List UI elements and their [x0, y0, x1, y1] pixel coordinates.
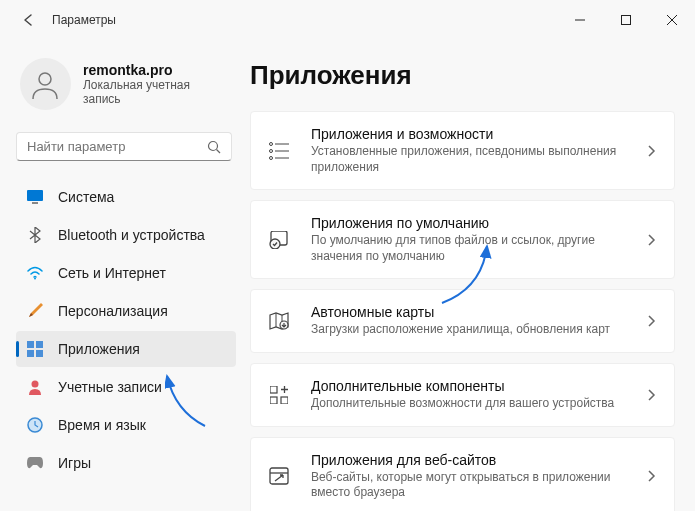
bluetooth-icon: [26, 226, 44, 244]
avatar: [20, 58, 71, 110]
svg-rect-11: [36, 350, 43, 357]
gaming-icon: [26, 454, 44, 472]
card-subtitle: Загрузки расположение хранилища, обновле…: [311, 322, 644, 338]
nav-label: Время и язык: [58, 417, 146, 433]
svg-point-14: [270, 142, 273, 145]
window-title: Параметры: [52, 13, 116, 27]
nav-item-personalization[interactable]: Персонализация: [16, 293, 236, 329]
minimize-icon: [575, 15, 585, 25]
svg-rect-28: [270, 468, 288, 484]
svg-point-16: [270, 149, 273, 152]
nav-item-time[interactable]: Время и язык: [16, 407, 236, 443]
back-arrow-icon: [21, 13, 35, 27]
user-subtitle: Локальная учетная запись: [83, 78, 228, 106]
card-subtitle: По умолчанию для типов файлов и ссылок, …: [311, 233, 644, 264]
card-offline-maps[interactable]: Автономные карты Загрузки расположение х…: [250, 289, 675, 353]
wifi-icon: [26, 264, 44, 282]
optional-features-icon: [265, 381, 293, 409]
card-default-apps[interactable]: Приложения по умолчанию По умолчанию для…: [250, 200, 675, 279]
sidebar: remontka.pro Локальная учетная запись Си…: [0, 40, 240, 511]
chevron-right-icon: [644, 387, 660, 403]
nav-item-system[interactable]: Система: [16, 179, 236, 215]
brush-icon: [26, 302, 44, 320]
nav-label: Игры: [58, 455, 91, 471]
nav-item-bluetooth[interactable]: Bluetooth и устройства: [16, 217, 236, 253]
nav-label: Система: [58, 189, 114, 205]
nav-label: Bluetooth и устройства: [58, 227, 205, 243]
page-title: Приложения: [250, 60, 675, 91]
svg-point-12: [32, 381, 39, 388]
user-name: remontka.pro: [83, 62, 228, 78]
card-title: Приложения для веб-сайтов: [311, 452, 644, 468]
svg-point-2: [39, 73, 51, 85]
close-icon: [667, 15, 677, 25]
clock-icon: [26, 416, 44, 434]
card-subtitle: Установленные приложения, псевдонимы вып…: [311, 144, 644, 175]
maximize-button[interactable]: [603, 4, 649, 36]
svg-point-7: [34, 278, 36, 280]
svg-line-4: [217, 149, 221, 153]
svg-rect-6: [32, 202, 38, 204]
svg-rect-1: [622, 16, 631, 25]
card-subtitle: Веб-сайты, которые могут открываться в п…: [311, 470, 644, 501]
search-icon: [207, 140, 221, 154]
chevron-right-icon: [644, 143, 660, 159]
svg-rect-9: [36, 341, 43, 348]
svg-point-18: [270, 156, 273, 159]
card-title: Автономные карты: [311, 304, 644, 320]
card-optional-features[interactable]: Дополнительные компоненты Дополнительные…: [250, 363, 675, 427]
maximize-icon: [621, 15, 631, 25]
svg-rect-10: [27, 350, 34, 357]
nav-label: Приложения: [58, 341, 140, 357]
nav: Система Bluetooth и устройства Сеть и Ин…: [16, 179, 236, 481]
system-icon: [26, 188, 44, 206]
account-icon: [26, 378, 44, 396]
search-box[interactable]: [16, 132, 232, 161]
window-controls: [557, 4, 695, 36]
nav-item-apps[interactable]: Приложения: [16, 331, 236, 367]
nav-item-accounts[interactable]: Учетные записи: [16, 369, 236, 405]
minimize-button[interactable]: [557, 4, 603, 36]
website-icon: [265, 462, 293, 490]
list-icon: [265, 137, 293, 165]
svg-rect-5: [27, 190, 43, 201]
card-apps-websites[interactable]: Приложения для веб-сайтов Веб-сайты, кот…: [250, 437, 675, 511]
svg-rect-25: [270, 386, 277, 393]
svg-rect-27: [281, 397, 288, 404]
nav-item-network[interactable]: Сеть и Интернет: [16, 255, 236, 291]
titlebar: Параметры: [0, 0, 695, 40]
card-subtitle: Дополнительные возможности для вашего ус…: [311, 396, 644, 412]
main-panel: Приложения Приложения и возможности Уста…: [240, 40, 695, 511]
user-icon: [28, 67, 62, 101]
map-icon: [265, 307, 293, 335]
close-button[interactable]: [649, 4, 695, 36]
user-block[interactable]: remontka.pro Локальная учетная запись: [16, 40, 236, 132]
card-apps-features[interactable]: Приложения и возможности Установленные п…: [250, 111, 675, 190]
svg-rect-8: [27, 341, 34, 348]
nav-label: Персонализация: [58, 303, 168, 319]
card-title: Дополнительные компоненты: [311, 378, 644, 394]
card-title: Приложения и возможности: [311, 126, 644, 142]
svg-rect-26: [270, 397, 277, 404]
svg-point-3: [209, 141, 218, 150]
chevron-right-icon: [644, 232, 660, 248]
back-button[interactable]: [12, 4, 44, 36]
apps-icon: [26, 340, 44, 358]
search-input[interactable]: [27, 139, 207, 154]
nav-item-gaming[interactable]: Игры: [16, 445, 236, 481]
default-apps-icon: [265, 226, 293, 254]
chevron-right-icon: [644, 468, 660, 484]
card-title: Приложения по умолчанию: [311, 215, 644, 231]
chevron-right-icon: [644, 313, 660, 329]
nav-label: Сеть и Интернет: [58, 265, 166, 281]
nav-label: Учетные записи: [58, 379, 162, 395]
